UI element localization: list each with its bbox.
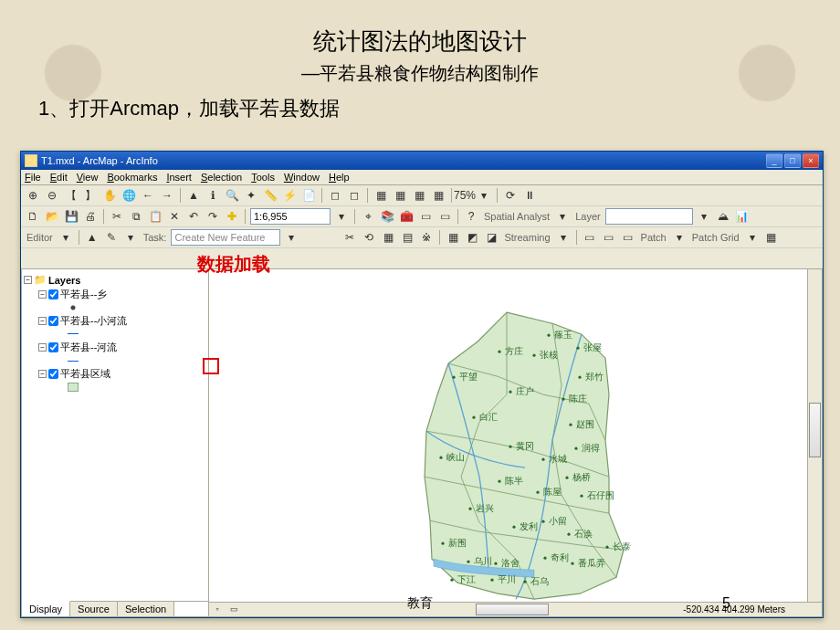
next-extent-icon[interactable]: → — [159, 187, 175, 204]
titlebar[interactable]: T1.mxd - ArcMap - ArcInfo _ □ × — [21, 152, 823, 170]
fixed-zoom-in-icon[interactable]: 【 — [63, 187, 79, 204]
html-popup-icon[interactable]: 📄 — [300, 187, 317, 204]
layer-input[interactable] — [605, 208, 693, 225]
whats-this-icon[interactable]: ? — [463, 208, 479, 225]
add-data-icon[interactable]: ✚ — [224, 208, 240, 225]
menu-file[interactable]: File — [25, 172, 41, 183]
vertical-scrollbar[interactable] — [807, 269, 822, 602]
split-icon[interactable]: ✂ — [341, 229, 358, 246]
task-dropdown-icon[interactable]: ▾ — [283, 229, 299, 246]
menu-tools[interactable]: Tools — [251, 172, 275, 183]
save-icon[interactable]: 💾 — [63, 208, 79, 225]
menu-edit[interactable]: Edit — [50, 172, 68, 183]
toc-layer-0[interactable]: − 平若县--乡 — [24, 287, 206, 302]
toc-symbol-1[interactable] — [24, 329, 206, 340]
edit-tool-icon[interactable]: ▲ — [84, 229, 100, 246]
find-icon[interactable]: 🔍 — [224, 187, 240, 204]
full-extent-icon[interactable]: 🌐 — [121, 187, 137, 204]
st-icon3[interactable]: ◪ — [483, 229, 499, 246]
collapse-icon[interactable]: − — [38, 317, 47, 325]
collapse-icon[interactable]: − — [38, 290, 47, 299]
pan-icon[interactable]: ✋ — [101, 187, 118, 204]
prev-extent-icon[interactable]: ← — [140, 187, 156, 204]
delete-icon[interactable]: ✕ — [166, 208, 183, 225]
collapse-icon[interactable]: − — [38, 343, 47, 352]
editor-target-icon[interactable]: ⌖ — [360, 208, 376, 225]
new-icon[interactable]: 🗋 — [25, 208, 41, 225]
drawing2-icon[interactable]: ◻ — [346, 187, 362, 204]
patch-label[interactable]: Patch — [641, 232, 667, 243]
toc-tab-source[interactable]: Source — [70, 602, 118, 616]
patch-icon1[interactable]: ▭ — [582, 229, 598, 246]
data-view-icon[interactable]: ▫ — [209, 603, 226, 615]
zoom-in-icon[interactable]: ⊕ — [25, 187, 41, 204]
snap-icon[interactable]: ※ — [418, 229, 435, 246]
zoom-out-icon[interactable]: ⊖ — [44, 187, 60, 204]
toc-tab-display[interactable]: Display — [22, 601, 70, 616]
menu-bookmarks[interactable]: Bookmarks — [107, 172, 157, 183]
arccatalog-icon[interactable]: 📚 — [379, 208, 395, 225]
layer-visible-checkbox[interactable] — [48, 316, 58, 326]
sa-hist-icon[interactable]: 📊 — [734, 208, 751, 225]
refresh-icon[interactable]: ⟳ — [502, 187, 519, 204]
map-canvas[interactable]: 篠玉张屋方庄张核平望郑竹庄户陈庄白汇赵围峡山黄冈水城润得杨桥陈半陈屋石仔围岩兴发… — [370, 285, 662, 614]
cut-icon[interactable]: ✂ — [109, 208, 125, 225]
command-icon[interactable]: ▦ — [373, 187, 389, 204]
patch-icon2[interactable]: ▭ — [601, 229, 617, 246]
cmdline-icon[interactable]: ▭ — [417, 208, 434, 225]
map-view[interactable]: 篠玉张屋方庄张核平望郑竹庄户陈庄白汇赵围峡山黄冈水城润得杨桥陈半陈屋石仔围岩兴发… — [209, 268, 823, 617]
layer-visible-checkbox[interactable] — [48, 289, 58, 299]
scale-dropdown-icon[interactable]: ▾ — [333, 208, 350, 225]
minimize-button[interactable]: _ — [766, 153, 782, 168]
toc-tree[interactable]: − 📁 Layers − 平若县--乡 − 平若县--小河流 — [22, 269, 208, 601]
menu-selection[interactable]: Selection — [201, 172, 242, 183]
menu-view[interactable]: View — [77, 172, 99, 183]
spatial-analyst-label[interactable]: Spatial Analyst — [484, 211, 550, 222]
scale-input[interactable] — [250, 208, 331, 225]
collapse-icon[interactable]: − — [38, 370, 47, 378]
command4-icon[interactable]: ▦ — [430, 187, 446, 204]
rotate-icon[interactable]: ⟲ — [361, 229, 377, 246]
patchgrid-dropdown-icon[interactable]: ▾ — [744, 229, 761, 246]
paste-icon[interactable]: 📋 — [147, 208, 163, 225]
identify-icon[interactable]: ℹ — [205, 187, 221, 204]
pause-icon[interactable]: ⏸ — [521, 187, 538, 204]
sa-icon[interactable]: ⛰ — [715, 208, 731, 225]
hyperlink-icon[interactable]: ⚡ — [281, 187, 298, 204]
scroll-thumb[interactable] — [476, 604, 549, 615]
patch-icon3[interactable]: ▭ — [620, 229, 636, 246]
redo-icon[interactable]: ↷ — [205, 208, 221, 225]
arctoolbox-icon[interactable]: 🧰 — [398, 208, 415, 225]
model-icon[interactable]: ▭ — [436, 208, 453, 225]
fixed-zoom-out-icon[interactable]: 】 — [82, 187, 99, 204]
sketch-dropdown-icon[interactable]: ▾ — [122, 229, 139, 246]
patchgrid-icon[interactable]: ▦ — [763, 229, 780, 246]
toc-layer-1[interactable]: − 平若县--小河流 — [24, 313, 206, 329]
sketch-tool-icon[interactable]: ✎ — [103, 229, 120, 246]
spatial-dropdown-icon[interactable]: ▾ — [554, 208, 571, 225]
streaming-dropdown-icon[interactable]: ▾ — [555, 229, 572, 246]
editor-dropdown-icon[interactable]: ▾ — [58, 229, 74, 246]
sketch-prop-icon[interactable]: ▤ — [399, 229, 415, 246]
toc-tab-selection[interactable]: Selection — [118, 602, 174, 616]
scroll-thumb[interactable] — [809, 403, 821, 457]
st-icon1[interactable]: ▦ — [445, 229, 461, 246]
streaming-label[interactable]: Streaming — [504, 232, 550, 243]
copy-icon[interactable]: ⧉ — [128, 208, 144, 225]
menu-help[interactable]: Help — [329, 172, 350, 183]
go-xy-icon[interactable]: ✦ — [243, 187, 259, 204]
st-icon2[interactable]: ◩ — [464, 229, 480, 246]
layer-dropdown-icon[interactable]: ▾ — [696, 208, 712, 225]
toc-layer-3[interactable]: − 平若县区域 — [24, 366, 206, 382]
toc-layer-2[interactable]: − 平若县--河流 — [24, 340, 206, 355]
menu-insert[interactable]: Insert — [166, 172, 192, 183]
measure-icon[interactable]: 📏 — [262, 187, 278, 204]
maximize-button[interactable]: □ — [784, 153, 801, 168]
attrib-icon[interactable]: ▦ — [380, 229, 396, 246]
toc-symbol-0[interactable] — [24, 302, 206, 313]
toc-symbol-3[interactable] — [24, 382, 206, 393]
print-icon[interactable]: 🖨 — [82, 208, 99, 225]
open-icon[interactable]: 📂 — [44, 208, 60, 225]
layer-visible-checkbox[interactable] — [48, 342, 58, 352]
layout-view-icon[interactable]: ▭ — [226, 603, 242, 615]
